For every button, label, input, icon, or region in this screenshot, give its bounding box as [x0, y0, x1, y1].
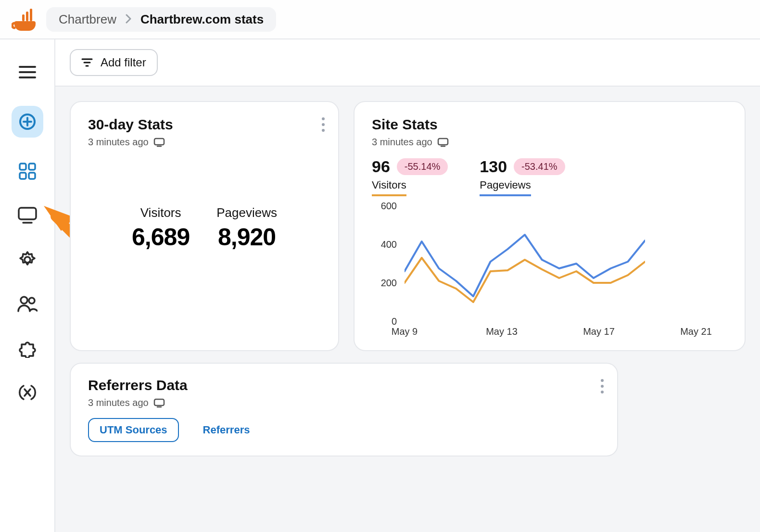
monitor-small-icon: [437, 138, 449, 147]
nav-integrations[interactable]: [14, 335, 41, 362]
breadcrumb-root[interactable]: Chartbrew: [59, 12, 116, 27]
svg-rect-0: [22, 14, 25, 21]
app-logo[interactable]: [12, 7, 37, 32]
menu-button[interactable]: [14, 59, 41, 86]
monitor-icon: [17, 206, 38, 225]
card-site-stats: Site Stats 3 minutes ago 96 -55.14%: [354, 101, 746, 351]
tab-referrers[interactable]: Referrers: [192, 419, 261, 441]
svg-point-17: [29, 298, 35, 304]
svg-rect-11: [20, 173, 26, 179]
card-menu-button[interactable]: [601, 379, 604, 393]
metric-visitors[interactable]: 96 -55.14% Visitors: [372, 157, 448, 196]
filter-icon: [81, 58, 93, 67]
breadcrumb: Chartbrew Chartbrew.com stats: [46, 7, 276, 32]
chart-series-visitors: [405, 258, 645, 302]
y-tick: 400: [381, 239, 397, 250]
site-stats-chart: 0200400600 May 9May 13May 17May 21: [372, 206, 727, 345]
monitor-small-icon: [153, 398, 165, 408]
svg-rect-2: [30, 9, 32, 21]
svg-rect-28: [154, 399, 164, 405]
y-tick: 600: [381, 201, 397, 212]
add-filter-button[interactable]: Add filter: [70, 49, 158, 76]
hamburger-icon: [18, 65, 37, 79]
filter-bar: Add filter: [55, 39, 760, 86]
chart-series-pageviews: [405, 235, 645, 296]
y-tick: 0: [392, 316, 397, 327]
monitor-small-icon: [153, 138, 165, 147]
y-tick: 200: [381, 278, 397, 289]
x-tick: May 21: [680, 326, 712, 337]
card-updated-ago: 3 minutes ago: [88, 397, 149, 408]
card-title: Referrers Data: [88, 377, 600, 393]
dashboard-canvas: 30-day Stats 3 minutes ago Visitors 6,68…: [55, 86, 760, 532]
metric-label: Pageviews: [480, 179, 531, 196]
add-button[interactable]: [12, 106, 43, 138]
card-updated-ago: 3 minutes ago: [372, 137, 432, 148]
card-menu-button[interactable]: [322, 117, 325, 132]
metric-delta-badge: -53.41%: [514, 158, 565, 175]
chartbrew-logo-icon: [12, 7, 37, 32]
svg-rect-9: [20, 164, 26, 170]
metric-value: 96: [372, 157, 390, 176]
tab-utm-sources[interactable]: UTM Sources: [88, 418, 179, 442]
stat-label: Pageviews: [216, 205, 277, 220]
variable-icon: [18, 383, 37, 402]
stat-value: 6,689: [132, 223, 190, 251]
metric-label: Visitors: [372, 179, 406, 196]
card-updated-ago: 3 minutes ago: [88, 137, 149, 148]
card-title: Site Stats: [372, 116, 727, 133]
svg-rect-13: [19, 208, 36, 219]
gear-icon: [18, 250, 37, 269]
metric-pageviews[interactable]: 130 -53.41% Pageviews: [480, 157, 565, 196]
nav-monitor[interactable]: [14, 202, 41, 229]
nav-variables[interactable]: [14, 379, 41, 406]
card-referrers: Referrers Data 3 minutes ago UTM Sources…: [70, 363, 618, 456]
stat-label: Visitors: [132, 205, 190, 220]
stat-visitors: Visitors 6,689: [132, 205, 190, 251]
breadcrumb-leaf[interactable]: Chartbrew.com stats: [140, 12, 264, 27]
topbar: Chartbrew Chartbrew.com stats: [0, 0, 760, 39]
nav-team[interactable]: [14, 291, 41, 317]
x-tick: May 17: [583, 326, 615, 337]
stat-pageviews: Pageviews 8,920: [216, 205, 277, 251]
x-tick: May 13: [486, 326, 518, 337]
people-icon: [17, 295, 38, 313]
metric-value: 130: [480, 157, 507, 176]
grid-icon: [18, 162, 37, 180]
svg-rect-24: [154, 139, 164, 145]
stat-value: 8,920: [216, 223, 277, 251]
main-area: Add filter 30-day Stats 3 minutes ago: [55, 39, 760, 532]
svg-rect-12: [29, 173, 35, 179]
svg-rect-10: [29, 164, 35, 170]
puzzle-icon: [18, 339, 37, 358]
x-tick: May 9: [392, 326, 418, 337]
add-filter-label: Add filter: [101, 56, 146, 69]
svg-rect-1: [26, 12, 28, 21]
svg-point-16: [21, 297, 27, 304]
svg-rect-26: [438, 139, 448, 145]
left-nav-rail: [0, 39, 55, 532]
nav-settings[interactable]: [14, 246, 41, 273]
card-30day-stats: 30-day Stats 3 minutes ago Visitors 6,68…: [70, 101, 339, 351]
metric-delta-badge: -55.14%: [397, 158, 448, 175]
card-title: 30-day Stats: [88, 116, 321, 133]
chevron-right-icon: [125, 12, 132, 27]
plus-circle-icon: [18, 112, 37, 131]
nav-dashboards[interactable]: [14, 158, 41, 185]
